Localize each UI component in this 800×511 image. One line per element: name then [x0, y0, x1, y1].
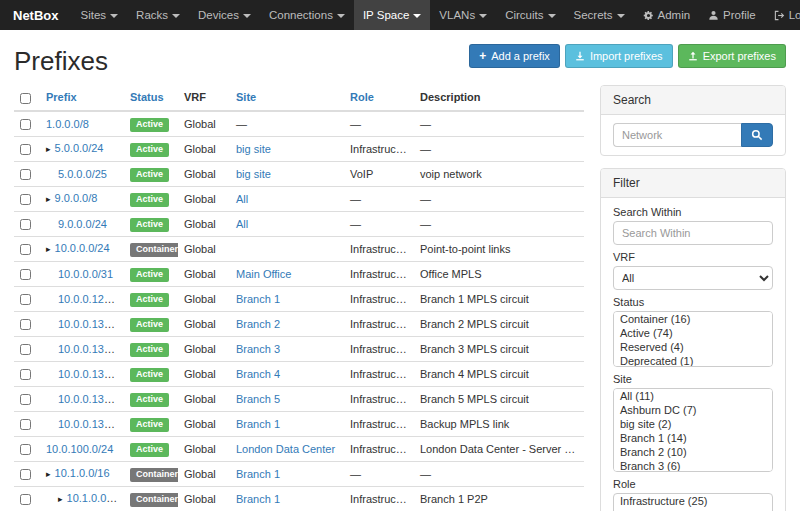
- row-checkbox[interactable]: [20, 294, 31, 305]
- prefix-link[interactable]: 10.0.100.0/24: [46, 443, 113, 455]
- status-badge[interactable]: Active: [130, 168, 169, 182]
- nav-item-ip-space[interactable]: IP Space: [354, 0, 430, 30]
- site-link[interactable]: Branch 1: [236, 293, 280, 305]
- prefix-link[interactable]: 9.0.0.0/8: [55, 192, 98, 204]
- prefix-link[interactable]: 10.1.0.0/24: [67, 492, 122, 504]
- row-checkbox[interactable]: [20, 369, 31, 380]
- expand-icon[interactable]: ▸: [46, 469, 51, 479]
- nav-item-circuits[interactable]: Circuits: [496, 0, 564, 30]
- filter-option[interactable]: Container (16): [614, 312, 772, 326]
- prefix-link[interactable]: 10.0.0.130/31: [58, 318, 124, 330]
- status-badge[interactable]: Active: [130, 193, 169, 207]
- status-badge[interactable]: Container: [130, 468, 178, 482]
- nav-item-racks[interactable]: Racks: [127, 0, 189, 30]
- nav-item-profile[interactable]: Profile: [699, 0, 765, 30]
- site-link[interactable]: Branch 1: [236, 493, 280, 505]
- filter-option[interactable]: Branch 2 (10): [614, 445, 772, 459]
- site-link[interactable]: Branch 4: [236, 368, 280, 380]
- prefix-link[interactable]: 9.0.0.0/24: [58, 218, 107, 230]
- select-all-checkbox[interactable]: [20, 93, 31, 104]
- status-badge[interactable]: Active: [130, 418, 169, 432]
- site-link[interactable]: big site: [236, 168, 271, 180]
- nav-item-connections[interactable]: Connections: [260, 0, 354, 30]
- nav-item-log-out[interactable]: Log out: [765, 0, 800, 30]
- status-filter-list[interactable]: Container (16)Active (74)Reserved (4)Dep…: [613, 311, 773, 367]
- status-badge[interactable]: Active: [130, 118, 169, 132]
- nav-item-sites[interactable]: Sites: [72, 0, 128, 30]
- site-link[interactable]: All: [236, 218, 248, 230]
- expand-icon[interactable]: ▸: [46, 194, 51, 204]
- status-badge[interactable]: Container: [130, 493, 178, 507]
- status-badge[interactable]: Active: [130, 268, 169, 282]
- row-checkbox[interactable]: [20, 469, 31, 480]
- filter-option[interactable]: Branch 1 (14): [614, 431, 772, 445]
- prefix-link[interactable]: 10.0.0.136/31: [58, 393, 124, 405]
- nav-item-admin[interactable]: Admin: [634, 0, 700, 30]
- site-link[interactable]: Branch 5: [236, 393, 280, 405]
- col-header-site[interactable]: Site: [230, 85, 344, 111]
- status-badge[interactable]: Active: [130, 218, 169, 232]
- prefix-link[interactable]: 10.1.0.0/16: [55, 467, 110, 479]
- filter-option[interactable]: All (11): [614, 389, 772, 403]
- filter-option[interactable]: Ashburn DC (7): [614, 403, 772, 417]
- row-checkbox[interactable]: [20, 194, 31, 205]
- expand-icon[interactable]: ▸: [46, 244, 51, 254]
- status-badge[interactable]: Active: [130, 443, 169, 457]
- filter-option[interactable]: Active (74): [614, 326, 772, 340]
- import-prefixes-button[interactable]: Import prefixes: [565, 44, 673, 68]
- row-checkbox[interactable]: [20, 319, 31, 330]
- row-checkbox[interactable]: [20, 144, 31, 155]
- expand-icon[interactable]: ▸: [46, 144, 51, 154]
- status-badge[interactable]: Container: [130, 243, 178, 257]
- prefix-link[interactable]: 5.0.0.0/25: [58, 168, 107, 180]
- prefix-link[interactable]: 10.0.0.132/31: [58, 343, 124, 355]
- row-checkbox[interactable]: [20, 419, 31, 430]
- col-header-status[interactable]: Status: [124, 85, 178, 111]
- prefix-link[interactable]: 5.0.0.0/24: [55, 142, 104, 154]
- site-link[interactable]: Main Office: [236, 268, 291, 280]
- row-checkbox[interactable]: [20, 444, 31, 455]
- filter-option[interactable]: Deprecated (1): [614, 354, 772, 367]
- row-checkbox[interactable]: [20, 219, 31, 230]
- site-link[interactable]: All: [236, 193, 248, 205]
- nav-item-devices[interactable]: Devices: [189, 0, 260, 30]
- status-badge[interactable]: Active: [130, 343, 169, 357]
- row-checkbox[interactable]: [20, 244, 31, 255]
- status-badge[interactable]: Active: [130, 393, 169, 407]
- prefix-link[interactable]: 10.0.0.134/31: [58, 368, 124, 380]
- prefix-link[interactable]: 1.0.0.0/8: [46, 118, 89, 130]
- nav-item-vlans[interactable]: VLANs: [430, 0, 496, 30]
- row-checkbox[interactable]: [20, 394, 31, 405]
- filter-option[interactable]: Infrastructure (25): [614, 494, 772, 508]
- site-link[interactable]: London Data Center: [236, 443, 335, 455]
- site-link[interactable]: Branch 3: [236, 343, 280, 355]
- prefix-link[interactable]: 10.0.0.128/31: [58, 293, 124, 305]
- add-a-prefix-button[interactable]: +Add a prefix: [469, 44, 560, 68]
- search-button[interactable]: [741, 123, 773, 147]
- filter-option[interactable]: Reserved (4): [614, 340, 772, 354]
- role-filter-list[interactable]: Infrastructure (25)Management (8)Private…: [613, 493, 773, 511]
- vrf-select[interactable]: All: [613, 266, 773, 290]
- filter-option[interactable]: big site (2): [614, 417, 772, 431]
- brand[interactable]: NetBox: [0, 0, 72, 30]
- nav-item-secrets[interactable]: Secrets: [565, 0, 634, 30]
- row-checkbox[interactable]: [20, 269, 31, 280]
- prefix-link[interactable]: 10.0.0.138/31: [58, 418, 124, 430]
- row-checkbox[interactable]: [20, 344, 31, 355]
- status-badge[interactable]: Active: [130, 318, 169, 332]
- site-filter-list[interactable]: All (11)Ashburn DC (7)big site (2)Branch…: [613, 388, 773, 472]
- site-link[interactable]: Branch 2: [236, 318, 280, 330]
- site-link[interactable]: big site: [236, 143, 271, 155]
- row-checkbox[interactable]: [20, 169, 31, 180]
- status-badge[interactable]: Active: [130, 143, 169, 157]
- status-badge[interactable]: Active: [130, 368, 169, 382]
- prefix-link[interactable]: 10.0.0.0/24: [55, 242, 110, 254]
- filter-option[interactable]: Branch 3 (6): [614, 459, 772, 472]
- expand-icon[interactable]: ▸: [58, 494, 63, 504]
- site-link[interactable]: Branch 1: [236, 418, 280, 430]
- search-within-input[interactable]: [613, 221, 773, 245]
- row-checkbox[interactable]: [20, 119, 31, 130]
- col-header-role[interactable]: Role: [344, 85, 414, 111]
- col-header-prefix[interactable]: Prefix: [40, 85, 124, 111]
- row-checkbox[interactable]: [20, 494, 31, 505]
